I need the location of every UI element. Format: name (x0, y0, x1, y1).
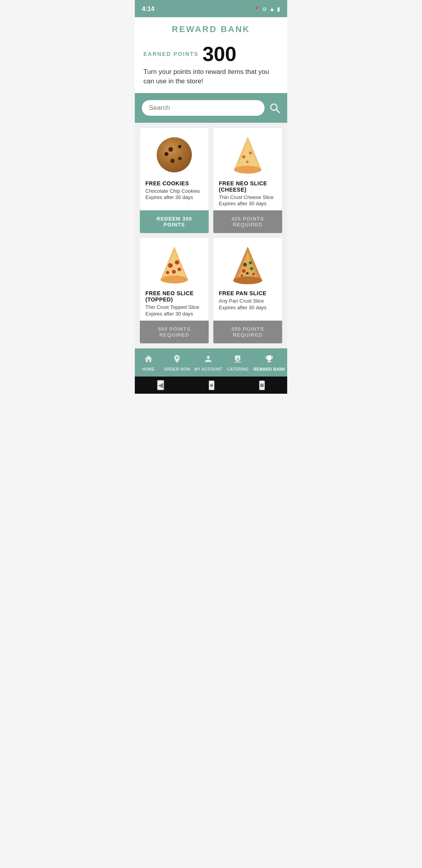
svg-point-0 (271, 104, 277, 110)
location-icon: 📍 (253, 6, 260, 12)
svg-point-12 (175, 260, 179, 265)
header: REWARD BANK (135, 17, 287, 40)
search-bar-section (135, 93, 287, 123)
reward-name: FREE NEO SLICE (CHEESE) (219, 180, 277, 193)
points-required-button[interactable]: 425 POINTS REQUIRED (213, 210, 282, 233)
sidebar-item-catering[interactable]: CATERING (226, 354, 250, 371)
my-account-label: MY ACCOUNT (194, 367, 222, 371)
sidebar-item-my-account[interactable]: MY ACCOUNT (194, 354, 222, 371)
search-icon (269, 102, 280, 113)
svg-point-23 (246, 272, 249, 275)
svg-point-22 (250, 267, 253, 270)
reward-expiry: Expires after 30 days (219, 305, 277, 310)
rewards-grid: FREE COOKIES Chocolate Chip Cookies Expi… (135, 123, 287, 349)
reward-card-neo-topped: FREE NEO SLICE (TOPPED) Thin Crust Toppe… (139, 237, 209, 344)
reward-name: FREE NEO SLICE (TOPPED) (145, 290, 203, 303)
redeem-button[interactable]: REDEEM 300 POINTS (140, 210, 209, 233)
reward-image-wrapper (145, 133, 203, 176)
search-button[interactable] (269, 102, 280, 113)
svg-point-24 (241, 274, 243, 277)
reward-image-wrapper (219, 133, 277, 176)
sidebar-item-home[interactable]: HOME (137, 354, 160, 371)
back-button[interactable]: ◀ (157, 380, 164, 390)
dnd-icon: ⊖ (262, 6, 267, 12)
svg-line-1 (277, 109, 280, 113)
sidebar-item-order-now[interactable]: ORDER NOW (164, 354, 190, 371)
points-description: Turn your points into reward items that … (143, 67, 279, 86)
reward-bank-label: REWARD BANK (254, 367, 286, 371)
reward-card-pan-slice: FREE PAN SLICE Any Pan Crust Slice Expir… (213, 237, 283, 344)
svg-point-5 (242, 155, 245, 158)
pizza-pan-image (230, 245, 265, 284)
catering-label: CATERING (227, 367, 249, 371)
page-title: REWARD BANK (135, 24, 287, 34)
reward-image-wrapper (145, 243, 203, 286)
home-label: HOME (142, 367, 155, 371)
reward-card-free-cookies: FREE COOKIES Chocolate Chip Cookies Expi… (139, 127, 209, 234)
order-now-icon (172, 354, 182, 366)
pizza-cheese-image (230, 135, 265, 174)
home-button[interactable]: ● (209, 380, 215, 390)
order-now-label: ORDER NOW (164, 367, 190, 371)
reward-name: FREE PAN SLICE (219, 290, 277, 296)
reward-expiry: Expires after 30 days (219, 201, 277, 206)
svg-point-7 (246, 161, 249, 163)
svg-point-15 (178, 268, 181, 271)
svg-point-18 (233, 276, 262, 284)
battery-icon: ▮ (277, 6, 280, 12)
cookie-image (157, 137, 192, 172)
points-section: EARNED POINTS 300 Turn your points into … (135, 40, 287, 93)
svg-point-14 (166, 271, 169, 274)
points-required-button[interactable]: 500 POINTS REQUIRED (140, 321, 209, 343)
recent-apps-button[interactable]: ■ (259, 380, 265, 390)
svg-point-10 (161, 276, 188, 283)
reward-image-wrapper (219, 243, 277, 286)
svg-point-21 (242, 269, 246, 273)
svg-point-4 (234, 166, 261, 174)
status-time: 4:14 (142, 5, 154, 13)
svg-point-19 (243, 263, 247, 267)
home-icon (144, 354, 153, 366)
reward-description: Thin Crust Cheese Slice (219, 194, 277, 201)
svg-point-13 (172, 270, 176, 274)
status-bar: 4:14 📍 ⊖ ▲ ▮ (135, 0, 287, 17)
my-account-icon (204, 354, 213, 366)
sidebar-item-reward-bank[interactable]: REWARD BANK (254, 354, 286, 371)
earned-label: EARNED POINTS (143, 51, 198, 57)
search-input-wrapper[interactable] (142, 100, 265, 116)
reward-expiry: Expires after 30 days (145, 194, 203, 200)
svg-point-20 (249, 261, 252, 264)
reward-expiry: Expires after 30 days (145, 311, 203, 317)
reward-description: Thin Crust Topped Slice (145, 304, 203, 311)
svg-point-25 (252, 273, 255, 276)
reward-name: FREE COOKIES (145, 180, 203, 187)
pizza-topped-image (157, 245, 192, 284)
catering-icon (233, 354, 243, 366)
svg-point-6 (249, 151, 252, 154)
reward-description: Chocolate Chip Cookies (145, 188, 203, 195)
android-nav: ◀ ● ■ (135, 377, 287, 394)
reward-bank-icon (265, 354, 274, 366)
wifi-icon: ▲ (269, 6, 275, 12)
svg-point-11 (168, 263, 173, 268)
status-icons: 📍 ⊖ ▲ ▮ (253, 6, 280, 12)
svg-marker-3 (237, 141, 258, 167)
search-input[interactable] (149, 104, 257, 112)
reward-description: Any Pan Crust Slice (219, 298, 277, 305)
reward-card-neo-cheese: FREE NEO SLICE (CHEESE) Thin Crust Chees… (213, 127, 283, 234)
points-required-button[interactable]: 550 POINTS REQUIRED (213, 321, 282, 343)
bottom-nav: HOME ORDER NOW MY ACCOUNT CATERING (135, 348, 287, 377)
points-value: 300 (202, 44, 236, 64)
